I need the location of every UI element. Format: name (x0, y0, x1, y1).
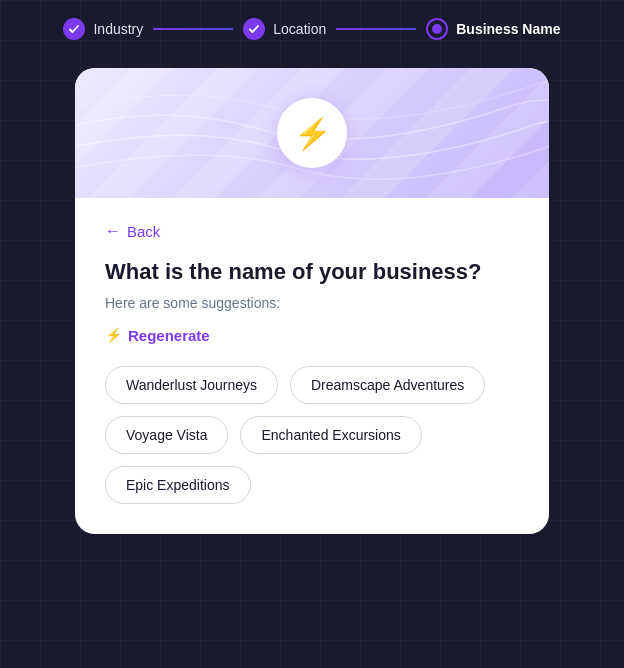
step-business-name: Business Name (426, 18, 560, 40)
step-location-label: Location (273, 21, 326, 37)
chip-voyage-vista[interactable]: Voyage Vista (105, 416, 228, 454)
step-location: Location (243, 18, 326, 40)
step-industry: Industry (63, 18, 143, 40)
step-connector-2 (336, 28, 416, 30)
back-button[interactable]: ← Back (105, 222, 519, 240)
step-business-name-label: Business Name (456, 21, 560, 37)
chip-enchanted-excursions[interactable]: Enchanted Excursions (240, 416, 421, 454)
card-body: ← Back What is the name of your business… (75, 198, 549, 534)
step-industry-label: Industry (93, 21, 143, 37)
chip-wanderlust-journeys[interactable]: Wanderlust Journeys (105, 366, 278, 404)
main-card: ⚡ ← Back What is the name of your busine… (75, 68, 549, 534)
regenerate-label: Regenerate (128, 327, 210, 344)
back-label: Back (127, 223, 160, 240)
bolt-icon: ⚡ (294, 116, 331, 151)
suggestions-label: Here are some suggestions: (105, 295, 519, 311)
chip-epic-expeditions[interactable]: Epic Expeditions (105, 466, 251, 504)
step-location-icon (243, 18, 265, 40)
card-header: ⚡ (75, 68, 549, 198)
back-arrow-icon: ← (105, 222, 121, 240)
regenerate-button[interactable]: ⚡ Regenerate (105, 327, 210, 344)
stepper: Industry Location Business Name (0, 0, 624, 58)
chip-dreamscape-adventures[interactable]: Dreamscape Adventures (290, 366, 485, 404)
regenerate-bolt-icon: ⚡ (105, 327, 122, 343)
step-connector-1 (153, 28, 233, 30)
chips-container: Wanderlust Journeys Dreamscape Adventure… (105, 366, 519, 504)
step-business-name-icon (426, 18, 448, 40)
bolt-circle: ⚡ (277, 98, 347, 168)
question-title: What is the name of your business? (105, 258, 519, 287)
step-industry-icon (63, 18, 85, 40)
